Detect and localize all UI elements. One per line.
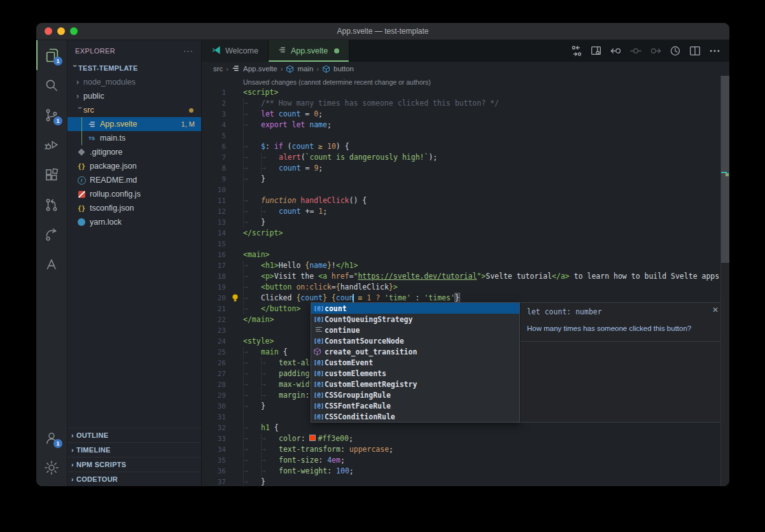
suggestion-cssgroupingrule[interactable]: [@]CSSGroupingRule xyxy=(311,389,519,400)
line-content[interactable]: →export let name; xyxy=(243,120,332,130)
tab-app-svelte[interactable]: App.svelte xyxy=(269,40,349,62)
line-content[interactable]: →→alert(`count is dangerously high!`); xyxy=(243,152,437,163)
source-control-icon[interactable]: 1 xyxy=(36,100,67,130)
more-actions-icon[interactable] xyxy=(708,44,722,58)
line-content[interactable]: →h1 { xyxy=(243,423,279,433)
line-content[interactable]: →</button> xyxy=(243,304,300,314)
code-line-6: 6→$: if (count ≥ 10) { xyxy=(202,141,729,152)
line-content[interactable]: →let count = 0; xyxy=(243,109,323,120)
suggestion-customelements[interactable]: [@]customElements xyxy=(311,368,519,379)
breadcrumb-item-src[interactable]: src xyxy=(213,65,223,73)
code-line-36: 36→→font-weight: 100; xyxy=(202,466,729,477)
line-content[interactable] xyxy=(243,185,261,195)
suggestion-countqueuingstrategy[interactable]: [@]CountQueuingStrategy xyxy=(311,314,519,325)
suggestion-customevent[interactable]: [@]CustomEvent xyxy=(311,357,519,368)
line-number: 24 xyxy=(202,336,226,347)
tree-item-public[interactable]: ›public xyxy=(67,89,201,103)
search-icon[interactable] xyxy=(36,70,67,100)
lightbulb-icon[interactable] xyxy=(231,293,239,305)
line-content[interactable]: <style> xyxy=(243,336,274,347)
panel-timeline[interactable]: ›TIMELINE xyxy=(67,442,201,457)
run-debug-icon[interactable] xyxy=(36,130,67,160)
variable-icon: [@] xyxy=(313,316,325,323)
line-content[interactable]: →<h1>Hello {name}!</h1> xyxy=(243,260,358,271)
line-content[interactable]: →$: if (count ≥ 10) { xyxy=(243,141,349,152)
suggestion-customelementregistry[interactable]: [@]CustomElementRegistry xyxy=(311,379,519,389)
tree-item-package-json[interactable]: {}package.json xyxy=(67,159,201,173)
color-swatch[interactable] xyxy=(309,435,316,441)
azure-icon[interactable] xyxy=(36,249,67,279)
run-clock-icon[interactable] xyxy=(668,44,682,58)
tree-item-rollup-config-js[interactable]: rollup.config.js xyxy=(67,187,201,201)
close-icon[interactable]: ✕ xyxy=(712,305,719,314)
line-content[interactable]: →/** How many times has someone clicked … xyxy=(243,98,499,109)
line-number: 1 xyxy=(202,87,226,98)
tree-item-yarn-lock[interactable]: yarn.lock xyxy=(67,215,201,229)
tree-item-src[interactable]: ›src xyxy=(67,103,201,117)
tab-welcome[interactable]: Welcome xyxy=(202,40,269,62)
line-content[interactable] xyxy=(243,130,261,141)
open-changes-icon[interactable] xyxy=(570,44,584,58)
open-preview-icon[interactable] xyxy=(589,44,603,58)
breadcrumb-item-app-svelte[interactable]: App.svelte xyxy=(232,64,277,74)
line-content[interactable]: →→count = 9; xyxy=(243,163,323,174)
file-label: node_modules xyxy=(83,78,136,87)
line-content[interactable]: →→font-size: 4em; xyxy=(243,455,345,466)
line-content[interactable]: →→text-transform: uppercase; xyxy=(243,444,393,455)
line-content[interactable]: </main> xyxy=(243,314,274,325)
panel-label: NPM SCRIPTS xyxy=(76,461,126,468)
line-number: 10 xyxy=(202,185,226,195)
panel-outline[interactable]: ›OUTLINE xyxy=(67,428,201,442)
codelens[interactable]: Unsaved changes (cannot determine recent… xyxy=(243,78,729,87)
more-actions-icon[interactable]: ··· xyxy=(183,46,193,55)
suggestion-cssconditionrule[interactable]: [@]CSSConditionRule xyxy=(311,411,519,422)
line-content[interactable]: →} xyxy=(243,217,265,228)
suggestion-count[interactable]: [@]count xyxy=(311,303,519,314)
line-content[interactable]: →→count += 1; xyxy=(243,206,327,217)
line-content[interactable]: →} xyxy=(243,174,265,185)
tree-item--gitignore[interactable]: .gitignore xyxy=(67,145,201,159)
line-content[interactable]: →function handleClick() { xyxy=(243,195,367,206)
suggestion-constantsourcenode[interactable]: [@]ConstantSourceNode xyxy=(311,335,519,346)
line-content[interactable]: →<button on:click={handleClick}> xyxy=(243,282,398,293)
tree-item-readme-md[interactable]: iREADME.md xyxy=(67,173,201,187)
tree-item-app-svelte[interactable]: App.svelte1, M xyxy=(67,117,201,131)
line-content[interactable]: <main> xyxy=(243,249,270,260)
git-status-badge: 1, M xyxy=(181,120,195,128)
tree-item-node-modules[interactable]: ›node_modules xyxy=(67,75,201,89)
line-content[interactable]: →} xyxy=(243,477,265,486)
previous-change-icon[interactable] xyxy=(609,44,623,58)
tree-item-root[interactable]: › TEST-TEMPLATE xyxy=(67,61,201,75)
tree-item-tsconfig-json[interactable]: {}tsconfig.json xyxy=(67,201,201,215)
line-content[interactable] xyxy=(243,412,261,423)
extensions-icon[interactable] xyxy=(36,160,67,190)
accounts-icon[interactable]: 1 xyxy=(36,423,67,452)
tree-item-main-ts[interactable]: TSmain.ts xyxy=(67,131,201,145)
github-pr-icon[interactable] xyxy=(36,190,67,220)
line-content[interactable]: <script> xyxy=(243,87,278,98)
split-editor-icon[interactable] xyxy=(688,44,702,58)
scrollbar[interactable] xyxy=(720,76,729,486)
breadcrumb-item-button[interactable]: button xyxy=(322,65,354,73)
panel-npm-scripts[interactable]: ›NPM SCRIPTS xyxy=(67,457,201,472)
explorer-icon[interactable]: 1 xyxy=(36,40,67,70)
line-content[interactable]: →} xyxy=(243,401,265,412)
live-share-icon[interactable] xyxy=(36,220,67,249)
suggestion-create_out_transition[interactable]: create_out_transition xyxy=(311,346,519,357)
panel-codetour[interactable]: ›CODETOUR xyxy=(67,472,201,486)
suggestion-cssfontfacerule[interactable]: [@]CSSFontFaceRule xyxy=(311,400,519,411)
breadcrumb-label: App.svelte xyxy=(243,65,277,73)
line-content[interactable]: →→color: #ff3e00; xyxy=(243,433,353,444)
badge: 1 xyxy=(53,57,62,66)
line-content[interactable]: </script> xyxy=(243,228,283,239)
chevron-right-icon: › xyxy=(71,475,74,483)
line-content[interactable]: →main { xyxy=(243,347,288,358)
breadcrumb-item-main[interactable]: main xyxy=(286,65,313,73)
line-content[interactable]: →<p>Visit the <a href="https://svelte.de… xyxy=(243,271,729,282)
line-content[interactable]: →→font-weight: 100; xyxy=(243,466,354,477)
code-editor[interactable]: Unsaved changes (cannot determine recent… xyxy=(202,76,729,486)
titlebar[interactable]: App.svelte — test-template xyxy=(36,23,729,40)
scrollbar-thumb[interactable] xyxy=(721,76,729,263)
settings-icon[interactable] xyxy=(36,452,67,482)
suggestion-continue[interactable]: continue xyxy=(311,325,519,335)
